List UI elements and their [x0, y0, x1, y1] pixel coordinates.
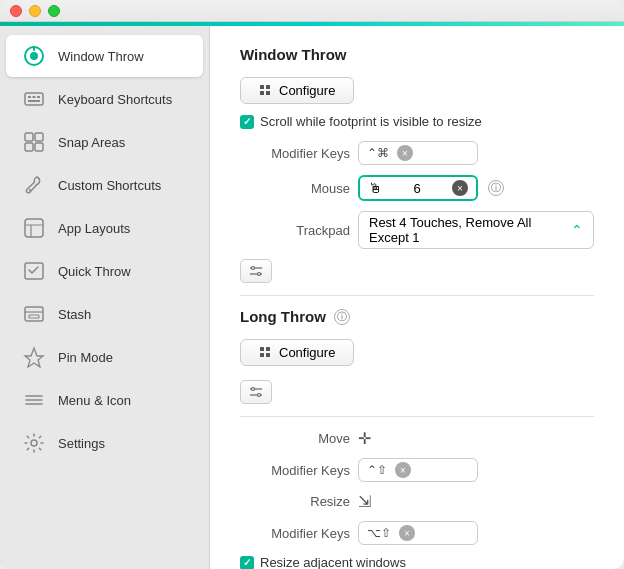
long-throw-sliders-button[interactable] — [240, 380, 272, 404]
resize-modifier-label: Modifier Keys — [240, 526, 350, 541]
sidebar-item-settings[interactable]: Settings — [6, 422, 203, 464]
sidebar-item-stash[interactable]: Stash — [6, 293, 203, 335]
sidebar-label-keyboard: Keyboard Shortcuts — [58, 92, 172, 107]
configure-button[interactable]: Configure — [240, 77, 354, 104]
divider-1 — [240, 295, 594, 296]
sidebar-label-window-throw: Window Throw — [58, 49, 144, 64]
modifier-keys-clear[interactable]: × — [397, 145, 413, 161]
long-throw-sliders-icon — [249, 386, 263, 398]
scroll-checkbox[interactable] — [240, 115, 254, 129]
resize-adjacent-checkbox[interactable] — [240, 556, 254, 570]
svg-point-26 — [252, 267, 255, 270]
svg-rect-2 — [25, 93, 43, 105]
svg-rect-5 — [37, 96, 40, 98]
scroll-checkbox-row: Scroll while footprint is visible to res… — [240, 114, 594, 129]
sidebar-item-quick-throw[interactable]: Quick Throw — [6, 250, 203, 292]
move-modifier-input[interactable]: ⌃⇧ × — [358, 458, 478, 482]
trackpad-select[interactable]: Rest 4 Touches, Remove All Except 1 ⌃ — [358, 211, 594, 249]
mouse-row: Mouse 🖱 6 × ⓘ — [240, 175, 594, 201]
app-icon — [20, 214, 48, 242]
sidebar-item-window-throw[interactable]: Window Throw — [6, 35, 203, 77]
menu-icon — [20, 386, 48, 414]
quick-icon — [20, 257, 48, 285]
close-button[interactable] — [10, 5, 22, 17]
main-window: Window Throw Keyboard Shortcuts — [0, 0, 624, 569]
sidebar-item-app-layouts[interactable]: App Layouts — [6, 207, 203, 249]
trackpad-row: Trackpad Rest 4 Touches, Remove All Exce… — [240, 211, 594, 249]
modifier-keys-input[interactable]: ⌃⌘ × — [358, 141, 478, 165]
sidebar-item-keyboard-shortcuts[interactable]: Keyboard Shortcuts — [6, 78, 203, 120]
content-area: Window Throw Keyboard Shortcuts — [0, 26, 624, 569]
mouse-input[interactable]: 🖱 6 × — [358, 175, 478, 201]
svg-rect-15 — [29, 315, 39, 318]
svg-rect-30 — [260, 353, 264, 357]
modifier-keys-row: Modifier Keys ⌃⌘ × — [240, 141, 594, 165]
resize-icon: ⇲ — [358, 492, 371, 511]
mouse-clear[interactable]: × — [452, 180, 468, 196]
trackpad-label: Trackpad — [240, 223, 350, 238]
minimize-button[interactable] — [29, 5, 41, 17]
sidebar: Window Throw Keyboard Shortcuts — [0, 26, 210, 569]
keyboard-icon — [20, 85, 48, 113]
sidebar-label-menu: Menu & Icon — [58, 393, 131, 408]
maximize-button[interactable] — [48, 5, 60, 17]
sidebar-label-snap: Snap Areas — [58, 135, 125, 150]
svg-rect-29 — [266, 347, 270, 351]
long-throw-configure-button[interactable]: Configure — [240, 339, 354, 366]
mouse-label: Mouse — [240, 181, 350, 196]
configure-label: Configure — [279, 83, 335, 98]
scroll-label: Scroll while footprint is visible to res… — [260, 114, 482, 129]
mouse-cursor-icon: 🖱 — [368, 180, 382, 196]
svg-rect-3 — [28, 96, 31, 98]
long-throw-grid-icon — [259, 346, 273, 360]
resize-modifier-input[interactable]: ⌥⇧ × — [358, 521, 478, 545]
svg-point-19 — [31, 440, 37, 446]
sliders-button[interactable] — [240, 259, 272, 283]
svg-point-34 — [252, 388, 255, 391]
svg-rect-6 — [28, 100, 40, 102]
grid-icon — [259, 84, 273, 98]
resize-label: Resize — [240, 494, 350, 509]
svg-rect-10 — [35, 143, 43, 151]
svg-rect-14 — [25, 307, 43, 321]
sidebar-item-pin-mode[interactable]: Pin Mode — [6, 336, 203, 378]
svg-rect-28 — [260, 347, 264, 351]
move-modifier-label: Modifier Keys — [240, 463, 350, 478]
svg-rect-9 — [25, 143, 33, 151]
svg-rect-7 — [25, 133, 33, 141]
modifier-keys-label: Modifier Keys — [240, 146, 350, 161]
snap-icon — [20, 128, 48, 156]
sliders-icon — [249, 265, 263, 277]
resize-modifier-value: ⌥⇧ — [367, 526, 391, 540]
window-throw-title: Window Throw — [240, 46, 594, 63]
svg-point-27 — [258, 273, 261, 276]
move-modifier-clear[interactable]: × — [395, 462, 411, 478]
mouse-info-button[interactable]: ⓘ — [488, 180, 504, 196]
move-label: Move — [240, 431, 350, 446]
resize-modifier-clear[interactable]: × — [399, 525, 415, 541]
move-row: Move ✛ — [240, 429, 594, 448]
mouse-value: 6 — [386, 181, 448, 196]
svg-rect-23 — [266, 91, 270, 95]
sidebar-item-menu-icon[interactable]: Menu & Icon — [6, 379, 203, 421]
sidebar-item-snap-areas[interactable]: Snap Areas — [6, 121, 203, 163]
long-throw-title: Long Throw — [240, 308, 326, 325]
long-throw-info-button[interactable]: ⓘ — [334, 309, 350, 325]
stash-icon — [20, 300, 48, 328]
trackpad-value: Rest 4 Touches, Remove All Except 1 — [369, 215, 571, 245]
resize-adjacent-row: Resize adjacent windows — [240, 555, 594, 569]
circle-arrow-icon — [20, 42, 48, 70]
move-modifier-row: Modifier Keys ⌃⇧ × — [240, 458, 594, 482]
svg-rect-22 — [260, 91, 264, 95]
svg-rect-20 — [260, 85, 264, 89]
resize-row: Resize ⇲ — [240, 492, 594, 511]
sidebar-item-custom-shortcuts[interactable]: Custom Shortcuts — [6, 164, 203, 206]
long-throw-configure-label: Configure — [279, 345, 335, 360]
sidebar-label-custom: Custom Shortcuts — [58, 178, 161, 193]
sidebar-label-quick: Quick Throw — [58, 264, 131, 279]
svg-rect-31 — [266, 353, 270, 357]
resize-modifier-row: Modifier Keys ⌥⇧ × — [240, 521, 594, 545]
divider-2 — [240, 416, 594, 417]
svg-point-1 — [30, 52, 38, 60]
move-modifier-value: ⌃⇧ — [367, 463, 387, 477]
